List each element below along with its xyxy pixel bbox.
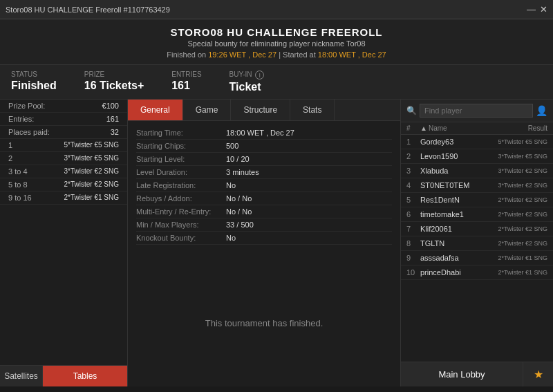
finished-message: This tournament has finished. — [128, 259, 400, 386]
search-icon: 🔍 — [406, 106, 417, 115]
player-result: 2*Twister €2 SNG — [492, 196, 547, 203]
title-bar-controls: — ✕ — [527, 5, 547, 14]
stat-status: Status Finished — [11, 71, 57, 93]
player-name: timetomake1 — [420, 210, 492, 218]
main-lobby-row: Main Lobby ★ — [401, 362, 553, 386]
player-name: TGLTN — [420, 239, 492, 248]
place-3-4-row: 3 to 4 3*Twister €2 SNG — [0, 165, 127, 178]
player-result: 3*Twister €2 SNG — [492, 182, 547, 189]
satellites-button[interactable]: Satellites — [0, 366, 43, 386]
stat-entries: Entries 161 — [171, 71, 201, 93]
player-name: princeDhabi — [420, 268, 492, 277]
list-item[interactable]: 10 princeDhabi 2*Twister €1 SNG — [401, 265, 553, 280]
player-rank: 7 — [406, 225, 420, 233]
close-button[interactable]: ✕ — [540, 5, 547, 14]
late-registration-row: Late Registration: No — [136, 179, 392, 192]
player-rank: 3 — [406, 167, 420, 175]
stats-row: Status Finished Prize 16 Tickets+ Entrie… — [0, 65, 553, 100]
entries-row: Entries: 161 — [0, 113, 127, 126]
minimize-button[interactable]: — — [527, 5, 536, 14]
place-9-16-row: 9 to 16 2*Twister €1 SNG — [0, 192, 127, 205]
player-rank: 8 — [406, 239, 420, 248]
list-item[interactable]: 6 timetomake1 2*Twister €2 SNG — [401, 207, 553, 222]
player-result: 2*Twister €2 SNG — [492, 240, 547, 247]
prize-pool-row: Prize Pool: €100 — [0, 100, 127, 113]
starting-chips-row: Starting Chips: 500 — [136, 140, 392, 153]
header-result: Result — [492, 124, 547, 132]
player-rank: 4 — [406, 181, 420, 189]
list-item[interactable]: 7 Klif20061 2*Twister €2 SNG — [401, 222, 553, 236]
left-panel: Prize Pool: €100 Entries: 161 Places pai… — [0, 100, 128, 386]
player-list-header: # ▲ Name Result — [401, 122, 553, 135]
list-item[interactable]: 4 ST0NET0TEM 3*Twister €2 SNG — [401, 178, 553, 193]
header-sort-arrow: ▲ — [420, 124, 429, 132]
right-panel: 🔍 👤 # ▲ Name Result 1 Gordey63 5*Twister… — [401, 100, 553, 386]
add-player-icon[interactable]: 👤 — [536, 105, 547, 116]
list-item[interactable]: 3 Xlabuda 3*Twister €2 SNG — [401, 164, 553, 178]
knockout-bounty-row: Knockout Bounty: No — [136, 232, 392, 245]
stat-status-label: Status — [11, 71, 57, 78]
stat-buyin: Buy-in i Ticket — [229, 71, 265, 93]
player-result: 3*Twister €5 SNG — [492, 153, 547, 160]
player-result: 2*Twister €1 SNG — [492, 269, 547, 276]
player-name: ST0NET0TEM — [420, 181, 492, 189]
place-2-row: 2 3*Twister €5 SNG — [0, 152, 127, 165]
favorite-star-button[interactable]: ★ — [523, 362, 553, 386]
player-rank: 5 — [406, 196, 420, 204]
search-input[interactable] — [420, 104, 533, 118]
stat-buyin-label: Buy-in i — [229, 71, 265, 80]
finished-label: Finished on — [167, 50, 206, 59]
list-item[interactable]: 8 TGLTN 2*Twister €2 SNG — [401, 236, 553, 251]
title-bar-text: Storo08 HU CHALLENGE Freeroll #110776342… — [6, 6, 170, 14]
place-1-row: 1 5*Twister €5 SNG — [0, 139, 127, 152]
tables-button[interactable]: Tables — [43, 366, 127, 386]
player-name: Xlabuda — [420, 167, 492, 175]
satellites-tables-buttons: Satellites Tables — [0, 365, 127, 386]
header-num: # — [406, 124, 420, 132]
player-result: 5*Twister €5 SNG — [492, 138, 547, 145]
player-name: Gordey63 — [420, 138, 492, 146]
finished-time: 19:26 WET , Dec 27 — [208, 50, 276, 59]
player-result: 3*Twister €2 SNG — [492, 167, 547, 174]
player-name: asssadafsa — [420, 254, 492, 262]
rebuys-addon-row: Rebuys / Addon: No / No — [136, 192, 392, 205]
player-result: 2*Twister €2 SNG — [492, 211, 547, 218]
player-rank: 2 — [406, 152, 420, 160]
player-rank: 6 — [406, 210, 420, 218]
player-rank: 9 — [406, 254, 420, 262]
player-name: Klif20061 — [420, 225, 492, 233]
main-lobby-button[interactable]: Main Lobby — [401, 362, 523, 386]
general-tab-content: Starting Time: 18:00 WET , Dec 27 Starti… — [128, 121, 400, 259]
tournament-header: STORO08 HU CHALLENGE FREEROLL Special bo… — [0, 19, 553, 65]
player-name: Res1DentN — [420, 196, 492, 204]
level-duration-row: Level Duration: 3 minutes — [136, 166, 392, 179]
multi-entry-row: Multi-Entry / Re-Entry: No / No — [136, 205, 392, 218]
list-item[interactable]: 9 asssadafsa 2*Twister €1 SNG — [401, 251, 553, 265]
list-item[interactable]: 5 Res1DentN 2*Twister €2 SNG — [401, 193, 553, 207]
tab-structure[interactable]: Structure — [231, 100, 290, 120]
tab-general[interactable]: General — [128, 100, 183, 120]
started-time: 18:00 WET , Dec 27 — [318, 50, 386, 59]
list-item[interactable]: 1 Gordey63 5*Twister €5 SNG — [401, 135, 553, 149]
tab-game[interactable]: Game — [183, 100, 232, 120]
player-result: 2*Twister €1 SNG — [492, 254, 547, 261]
stat-entries-value: 161 — [171, 80, 201, 92]
tournament-subtitle: Special bounty for eliminating player ni… — [0, 39, 553, 48]
tab-bar: General Game Structure Stats — [128, 100, 400, 121]
player-rank: 10 — [406, 268, 420, 277]
starting-time-row: Starting Time: 18:00 WET , Dec 27 — [136, 127, 392, 140]
main-content: Prize Pool: €100 Entries: 161 Places pai… — [0, 100, 553, 386]
info-icon[interactable]: i — [255, 71, 264, 80]
player-rank: 1 — [406, 138, 420, 146]
tab-stats[interactable]: Stats — [290, 100, 335, 120]
starting-level-row: Starting Level: 10 / 20 — [136, 153, 392, 166]
header-name: Name — [429, 124, 492, 132]
stat-entries-label: Entries — [171, 71, 201, 78]
prize-table: Prize Pool: €100 Entries: 161 Places pai… — [0, 100, 127, 365]
list-item[interactable]: 2 Levon1590 3*Twister €5 SNG — [401, 149, 553, 164]
stat-buyin-value: Ticket — [229, 81, 265, 93]
middle-panel: General Game Structure Stats Starting Ti… — [128, 100, 401, 386]
player-list: 1 Gordey63 5*Twister €5 SNG 2 Levon1590 … — [401, 135, 553, 362]
place-5-8-row: 5 to 8 2*Twister €2 SNG — [0, 178, 127, 192]
tournament-title: STORO08 HU CHALLENGE FREEROLL — [0, 26, 553, 38]
